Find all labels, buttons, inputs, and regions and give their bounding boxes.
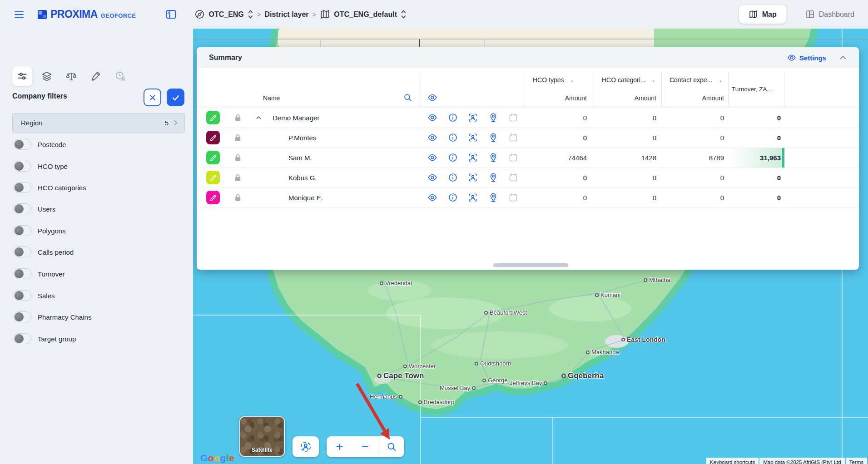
- toggle-turnover[interactable]: [14, 268, 31, 279]
- collapse-row-icon[interactable]: [255, 114, 263, 122]
- focus-target-icon[interactable]: [468, 113, 478, 123]
- location-pin-icon[interactable]: [488, 153, 498, 163]
- filter-sliders-icon[interactable]: [12, 66, 32, 86]
- region-filter-row[interactable]: Region 5: [12, 113, 185, 133]
- map-city-label: Worcester: [403, 363, 436, 370]
- zoom-in-button[interactable]: +: [327, 437, 352, 457]
- table-row[interactable]: Demo Manager 0 0 0 0: [197, 108, 859, 128]
- column-name: Name: [263, 89, 280, 107]
- visibility-icon[interactable]: [427, 193, 437, 202]
- toggle-hco-type[interactable]: [14, 161, 31, 172]
- magnifier-icon: [386, 441, 397, 452]
- layers-icon[interactable]: [37, 66, 57, 86]
- filter-item: HCO type: [14, 161, 68, 172]
- turnover-value: 0: [727, 168, 781, 188]
- search-icon[interactable]: [403, 93, 412, 102]
- locate-me-button[interactable]: [293, 436, 319, 457]
- calendar-icon[interactable]: [508, 133, 518, 143]
- calendar-icon[interactable]: [508, 173, 518, 183]
- compare-scales-icon[interactable]: [61, 66, 81, 86]
- history-user-icon[interactable]: [110, 66, 130, 86]
- table-row[interactable]: Sam M. 74464 1428 8789 31,963: [197, 148, 859, 168]
- column-group-hco-types[interactable]: HCO types→: [533, 71, 574, 89]
- visibility-icon[interactable]: [427, 153, 437, 163]
- table-row[interactable]: P.Montes 0 0 0 0: [197, 128, 859, 148]
- location-pin-icon[interactable]: [488, 193, 498, 202]
- breadcrumb-project[interactable]: OTC_ENG: [208, 10, 243, 19]
- column-divider: [784, 71, 784, 107]
- location-pin-icon[interactable]: [488, 173, 498, 183]
- info-icon[interactable]: [448, 113, 458, 123]
- info-icon[interactable]: [448, 193, 458, 202]
- toggle-users[interactable]: [14, 203, 31, 214]
- info-icon[interactable]: [448, 133, 458, 143]
- zoom-out-button[interactable]: −: [352, 437, 378, 457]
- map-search-button[interactable]: [378, 441, 404, 452]
- color-badge-pencil-icon[interactable]: [206, 131, 220, 144]
- focus-target-icon[interactable]: [468, 173, 478, 183]
- visibility-icon[interactable]: [427, 133, 437, 143]
- map-city-label: Komani: [595, 291, 620, 298]
- location-pin-icon[interactable]: [488, 113, 498, 123]
- color-badge-pencil-icon[interactable]: [206, 151, 220, 164]
- lock-icon[interactable]: [233, 153, 243, 163]
- view-tabs: Map Dashboard: [739, 5, 854, 24]
- clear-filters-button[interactable]: [144, 89, 161, 106]
- calendar-icon[interactable]: [508, 193, 518, 202]
- city-dot-icon: [544, 381, 547, 385]
- breadcrumb-layer[interactable]: OTC_ENG_default: [334, 10, 397, 19]
- toggle-polygons[interactable]: [14, 225, 31, 236]
- visibility-icon[interactable]: [427, 173, 437, 183]
- focus-target-icon[interactable]: [468, 193, 478, 202]
- focus-target-icon[interactable]: [468, 153, 478, 163]
- column-group-hco-categories[interactable]: HCO categori...→: [602, 71, 655, 89]
- location-pin-icon[interactable]: [488, 133, 498, 143]
- color-badge-pencil-icon[interactable]: [206, 111, 220, 124]
- table-row[interactable]: Kobus G. 0 0 0 0: [197, 168, 859, 188]
- lock-icon[interactable]: [233, 113, 243, 123]
- highlighter-icon[interactable]: [86, 66, 106, 86]
- color-badge-pencil-icon[interactable]: [206, 191, 220, 204]
- color-badge-pencil-icon[interactable]: [206, 171, 220, 184]
- summary-panel-header: [197, 47, 859, 68]
- table-row[interactable]: Monique E. 0 0 0 0: [197, 188, 859, 208]
- lock-icon[interactable]: [233, 173, 243, 183]
- brand-suffix: GEOFORCE: [101, 12, 136, 19]
- toggle-calls-period[interactable]: [14, 247, 31, 257]
- info-icon[interactable]: [448, 173, 458, 183]
- sort-chevrons-icon[interactable]: [248, 9, 253, 20]
- apply-filters-button[interactable]: [167, 89, 184, 106]
- visibility-column-icon[interactable]: [427, 93, 437, 103]
- keyboard-shortcuts-link[interactable]: Keyboard shortcuts: [706, 458, 759, 464]
- column-turnover[interactable]: Turnover, ZA,...: [732, 71, 783, 107]
- lock-icon[interactable]: [233, 133, 243, 143]
- satellite-layer-button[interactable]: Satellite: [239, 416, 285, 457]
- column-group-contact-expenses[interactable]: Contact expe...→: [670, 71, 722, 89]
- terms-link[interactable]: Terms: [846, 458, 867, 464]
- info-icon[interactable]: [448, 153, 458, 163]
- horizontal-scrollbar[interactable]: [493, 263, 568, 267]
- breadcrumb: OTC_ENG > District layer > OTC_ENG_defau…: [194, 9, 407, 20]
- tab-dashboard[interactable]: Dashboard: [805, 10, 854, 19]
- toggle-target-group[interactable]: [14, 333, 31, 344]
- collapse-panel-button[interactable]: [838, 53, 848, 63]
- toggle-hco-categories[interactable]: [14, 182, 31, 193]
- breadcrumb-section[interactable]: District layer: [265, 10, 309, 19]
- calendar-icon[interactable]: [508, 153, 518, 163]
- tab-map[interactable]: Map: [739, 5, 786, 24]
- sidebar-toggle-icon[interactable]: [165, 8, 177, 20]
- focus-target-icon[interactable]: [468, 133, 478, 143]
- toggle-postcode[interactable]: [14, 139, 31, 150]
- toggle-pharmacy-chains[interactable]: [14, 311, 31, 322]
- city-dot-icon: [380, 281, 383, 285]
- lock-icon[interactable]: [233, 193, 243, 202]
- filter-item: Turnover: [14, 268, 64, 279]
- sort-chevrons-icon[interactable]: [401, 9, 407, 20]
- hamburger-menu-icon[interactable]: [13, 9, 25, 20]
- city-dot-icon: [482, 379, 486, 382]
- settings-button[interactable]: Settings: [787, 47, 826, 68]
- visibility-icon[interactable]: [427, 113, 437, 123]
- app-logo: PROXIMA GEOFORCE: [37, 8, 136, 20]
- calendar-icon[interactable]: [508, 113, 518, 123]
- toggle-sales[interactable]: [14, 290, 31, 301]
